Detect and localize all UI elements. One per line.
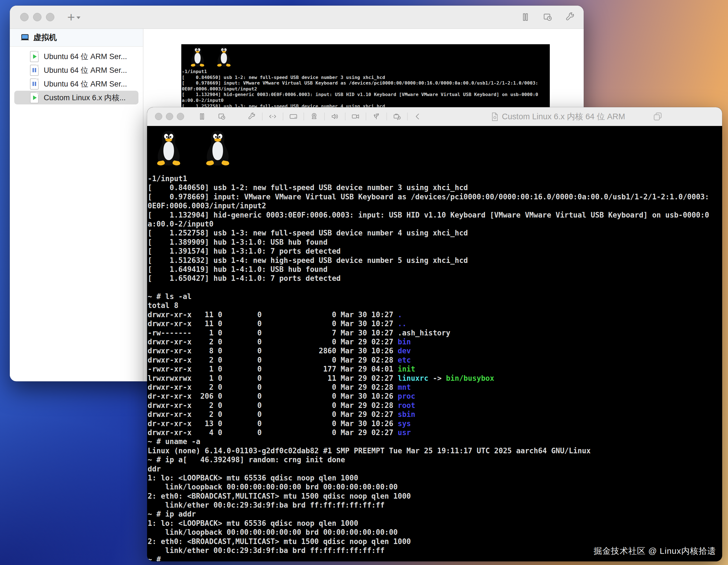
terminal-line: [ 0.978669] input: VMware VMware Virtual… [182,80,550,86]
hard-disk-button[interactable] [289,112,298,121]
snapshot-icon [218,112,226,121]
terminal-line: drwxr-xr-x 2 0 0 0 Mar 29 02:28 mnt [148,383,722,392]
sidebar-header: 虚拟机 [10,29,143,47]
window-title-group: Custom Linux 6.x 内核 64 位 ARM [491,107,625,126]
terminal-line: -1/input1 [182,69,550,75]
terminal-line: 1: lo: <LOOPBACK> mtu 65536 qdisc noop q… [148,519,722,528]
watermark: 掘金技术社区 @ Linux内核拾遗 [593,545,716,557]
snapshot-icon [543,12,553,22]
vm-titlebar: Custom Linux 6.x 内核 64 位 ARM [147,107,722,126]
sidebar-header-label: 虚拟机 [33,32,57,43]
vm-paused-icon [30,78,39,90]
collapse-toolbar-button[interactable] [414,112,422,121]
terminal-line: a:00.0-2/input0 [182,98,550,104]
hard-disk-icon [289,112,298,121]
camera-icon [310,112,318,121]
folder-sync-icon [393,112,401,121]
terminal-line: drwxr-xr-x 2 0 0 0 Mar 29 02:27 bin [148,337,722,346]
laptop-icon [20,34,29,41]
video-camera-button[interactable] [351,112,360,121]
usb-button[interactable] [372,112,381,121]
video-camera-icon [351,112,360,121]
vm-running-icon [30,92,39,103]
pause-icon [198,112,206,121]
terminal-line: [ 1.650427] hub 1-4:1.0: 7 ports detecte… [148,274,722,283]
pause-button[interactable] [198,112,206,121]
serial-port-button[interactable] [268,112,277,121]
close-button[interactable] [20,13,29,21]
terminal-line: drwxr-xr-x 2 0 0 0 Mar 29 02:27 sbin [148,410,722,419]
terminal-line: total 8 [148,301,722,310]
terminal-line: ~ # ip a[ 46.392498] random: crng init d… [148,455,722,464]
speaker-icon [331,112,339,121]
sidebar-item-vm-3[interactable]: Ubuntu 64 位 ARM Ser... [14,77,138,91]
toolbar-separator [345,113,346,120]
sidebar-item-vm-2[interactable]: Ubuntu 64 位 ARM Ser... [14,63,138,77]
terminal-line: drwxr-xr-x 2 0 0 0 Mar 29 02:28 etc [148,355,722,364]
desktop: + 虚拟机 [0,0,728,565]
chevron-down-icon [76,17,80,19]
terminal-line: dr-xr-xr-x 13 0 0 0 Mar 30 10:26 sys [148,419,722,428]
terminal-line: [ 1.252758] usb 1-3: new full-speed USB … [148,229,722,238]
sidebar-item-vm-4-selected[interactable]: Custom Linux 6.x 内核... [14,91,138,104]
snapshots-button[interactable] [218,112,226,121]
close-button[interactable] [155,113,162,120]
terminal-line: -rw------- 1 0 0 7 Mar 30 10:27 .ash_his… [148,328,722,337]
snapshots-button[interactable] [543,12,553,22]
terminal-line: 1: lo: <LOOPBACK> mtu 65536 qdisc noop q… [148,473,722,482]
terminal-line: ddr [148,464,722,473]
toolbar-separator [262,113,263,120]
terminal-line: [ 0.978669] input: VMware VMware Virtual… [148,192,722,201]
vm-running-icon [30,51,39,62]
tux-logo-icon [155,130,183,166]
terminal-line: 2: eth0: <BROADCAST,MULTICAST> mtu 1500 … [148,492,722,501]
terminal-line: a:00.0-2/input0 [148,220,722,229]
vm-console[interactable]: -1/input1[ 0.840650] usb 1-2: new full-s… [147,126,722,561]
zoom-button[interactable] [177,113,184,120]
toolbar-separator [283,113,283,120]
settings-button[interactable] [248,112,256,121]
sidebar: 虚拟机 Ubuntu 64 位 ARM Ser... Ubuntu 64 位 A… [10,29,143,381]
zoom-button[interactable] [46,13,54,21]
vm-console-window: Custom Linux 6.x 内核 64 位 ARM -1/input1[ … [147,107,722,561]
boot-logo-row [148,126,722,174]
toolbar-separator [303,113,304,120]
terminal-line: ~ # ls -al [148,292,722,301]
vm-item-label: Custom Linux 6.x 内核... [44,93,126,103]
vm-item-label: Ubuntu 64 位 ARM Ser... [44,79,127,89]
terminal-line: [ 1.389909] hub 1-3:1.0: USB hub found [148,238,722,247]
toolbar-separator [407,113,408,120]
wrench-icon [248,112,256,121]
pause-button[interactable] [520,12,530,22]
minimize-button[interactable] [166,113,173,120]
terminal-line: ~ # uname -a [148,437,722,446]
camera-button[interactable] [310,112,318,121]
terminal-line: drwxr-xr-x 4 0 0 0 Mar 29 02:27 usr [148,428,722,437]
terminal-line: drwxr-xr-x 11 0 0 0 Mar 30 10:27 . [148,310,722,319]
add-vm-button[interactable]: + [67,11,80,23]
terminal-line: [ 0.840650] usb 1-2: new full-speed USB … [148,183,722,192]
usb-icon [372,112,381,121]
vm-item-label: Ubuntu 64 位 ARM Ser... [44,65,127,75]
sidebar-item-vm-1[interactable]: Ubuntu 64 位 ARM Ser... [14,50,138,63]
minimize-button[interactable] [33,13,41,21]
vm-paused-icon [30,65,39,76]
library-titlebar: + [10,6,584,29]
pause-icon [520,12,530,22]
terminal-line: [ 1.649419] hub 1-4:1.0: USB hub found [148,265,722,274]
window-title: Custom Linux 6.x 内核 64 位 ARM [502,111,625,122]
shared-folders-button[interactable] [393,112,401,121]
toolbar-separator [324,113,325,120]
terminal-line: [ 1.512632] usb 1-4: new high-speed USB … [148,256,722,265]
terminal-line: 0E0F:0006.0003/input/input2 [148,201,722,210]
tux-logo-icon [189,46,206,67]
terminal-line: -rwxr-xr-x 1 0 0 177 Mar 29 04:01 init [148,364,722,373]
terminal-line: drwxr-xr-x 2 0 0 0 Mar 29 02:28 root [148,401,722,410]
vm-item-label: Ubuntu 64 位 ARM Ser... [44,52,127,62]
restore-window-button[interactable] [652,111,663,122]
toolbar-separator [386,113,387,120]
terminal-line: [ 1.391574] hub 1-3:1.0: 7 ports detecte… [148,247,722,256]
terminal-line: lrwxrwxrwx 1 0 0 11 Mar 29 02:27 linuxrc… [148,374,722,383]
sound-button[interactable] [331,112,339,121]
settings-button[interactable] [565,12,575,22]
